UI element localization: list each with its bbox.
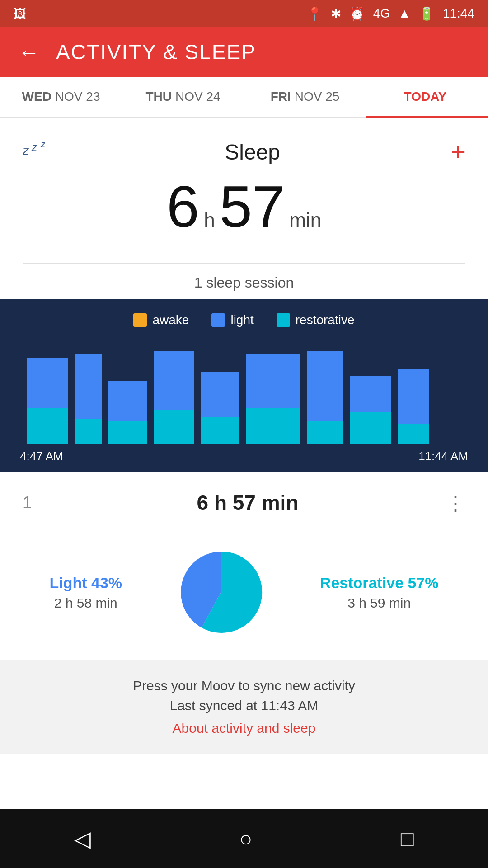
- svg-text:z: z: [31, 141, 38, 153]
- svg-text:z: z: [40, 139, 46, 149]
- sleep-hours-unit: h: [204, 209, 215, 231]
- svg-rect-10: [154, 351, 194, 410]
- svg-rect-7: [108, 421, 147, 444]
- sleep-section: z z z Sleep + 6 h 57 min: [0, 118, 488, 263]
- svg-rect-20: [398, 369, 429, 424]
- svg-rect-12: [201, 372, 239, 417]
- back-button[interactable]: ←: [18, 40, 40, 65]
- svg-rect-11: [201, 417, 239, 444]
- location-icon: 📍: [307, 6, 323, 21]
- svg-rect-4: [27, 358, 68, 408]
- tab-thu[interactable]: THU NOV 24: [122, 77, 244, 117]
- bluetooth-icon: ✱: [331, 6, 341, 21]
- restorative-time: 3 h 59 min: [320, 595, 439, 611]
- sleep-minutes: 57: [220, 177, 285, 236]
- tab-wed[interactable]: WED NOV 23: [0, 77, 122, 117]
- app-title: ACTIVITY & SLEEP: [56, 40, 256, 64]
- svg-rect-18: [350, 376, 391, 412]
- sleep-chart: awake light restorative: [0, 299, 488, 472]
- chart-time-start: 4:47 AM: [20, 449, 63, 463]
- legend-restorative: restorative: [277, 313, 355, 327]
- svg-rect-16: [307, 351, 343, 421]
- chart-time-end: 11:44 AM: [418, 449, 468, 463]
- restorative-color: [277, 313, 290, 327]
- chart-time-labels: 4:47 AM 11:44 AM: [18, 449, 470, 463]
- about-link[interactable]: About activity and sleep: [173, 721, 316, 736]
- tab-today[interactable]: TODAY: [366, 77, 488, 117]
- legend-awake-label: awake: [152, 313, 189, 327]
- svg-rect-5: [75, 419, 102, 444]
- sleep-title: Sleep: [225, 140, 280, 165]
- nav-bar: ◁ ○ □: [0, 809, 488, 868]
- light-percentage-label: Light 43%: [49, 574, 122, 592]
- app-bar: ← ACTIVITY & SLEEP: [0, 27, 488, 77]
- sync-footer: Press your Moov to sync new activity Las…: [0, 660, 488, 754]
- network-icon: 4G: [373, 6, 390, 21]
- svg-rect-13: [246, 408, 300, 444]
- alarm-icon: ⏰: [349, 6, 365, 21]
- last-synced: Last synced at 11:43 AM: [23, 698, 465, 713]
- sleep-stats: Light 43% 2 h 58 min Restorative 57% 3 h…: [0, 533, 488, 660]
- add-sleep-button[interactable]: +: [450, 139, 465, 165]
- stat-light: Light 43% 2 h 58 min: [49, 574, 122, 611]
- svg-rect-14: [246, 354, 300, 408]
- chart-legend: awake light restorative: [18, 313, 470, 327]
- tab-bar: WED NOV 23 THU NOV 24 FRI NOV 25 TODAY: [0, 77, 488, 118]
- sleep-chart-svg: [23, 340, 465, 444]
- svg-rect-19: [398, 424, 429, 444]
- sleep-duration: 6 h 57 min: [23, 177, 465, 236]
- svg-rect-15: [307, 421, 343, 444]
- sleep-header: z z z Sleep +: [23, 136, 465, 168]
- back-nav-button[interactable]: ◁: [74, 826, 91, 851]
- main-content: z z z Sleep + 6 h 57 min 1 sleep session…: [0, 118, 488, 754]
- svg-rect-6: [75, 354, 102, 419]
- recent-nav-button[interactable]: □: [401, 826, 414, 851]
- legend-light: light: [211, 313, 253, 327]
- awake-color: [133, 313, 147, 327]
- tab-fri[interactable]: FRI NOV 25: [244, 77, 366, 117]
- svg-rect-17: [350, 412, 391, 444]
- status-bar-notification-icon: 🖼: [14, 6, 26, 21]
- legend-awake: awake: [133, 313, 189, 327]
- sleep-minutes-unit: min: [289, 209, 321, 231]
- battery-icon: 🔋: [419, 6, 435, 21]
- sleep-hours: 6: [167, 177, 199, 236]
- stat-restorative: Restorative 57% 3 h 59 min: [320, 574, 439, 611]
- sleep-icon: z z z: [23, 136, 54, 168]
- light-time: 2 h 58 min: [49, 595, 122, 611]
- signal-icon: ▲: [398, 6, 411, 21]
- svg-rect-9: [154, 410, 194, 444]
- svg-rect-3: [27, 408, 68, 444]
- legend-light-label: light: [230, 313, 253, 327]
- legend-restorative-label: restorative: [296, 313, 355, 327]
- sleep-pie-chart: [176, 547, 266, 637]
- session-detail: 1 6 h 57 min ⋮: [0, 472, 488, 533]
- status-bar: 🖼 📍 ✱ ⏰ 4G ▲ 🔋 11:44: [0, 0, 488, 27]
- sleep-session-label: 1 sleep session: [0, 264, 488, 299]
- session-number: 1: [23, 493, 32, 512]
- svg-text:z: z: [23, 143, 29, 157]
- home-nav-button[interactable]: ○: [239, 826, 252, 851]
- restorative-percentage-label: Restorative 57%: [320, 574, 439, 592]
- session-duration: 6 h 57 min: [50, 491, 446, 515]
- session-menu-button[interactable]: ⋮: [446, 491, 465, 514]
- status-icons: 📍 ✱ ⏰ 4G ▲ 🔋 11:44: [307, 6, 474, 21]
- sync-text: Press your Moov to sync new activity: [23, 678, 465, 693]
- svg-rect-8: [108, 381, 147, 421]
- time-display: 11:44: [443, 6, 474, 21]
- light-color: [211, 313, 225, 327]
